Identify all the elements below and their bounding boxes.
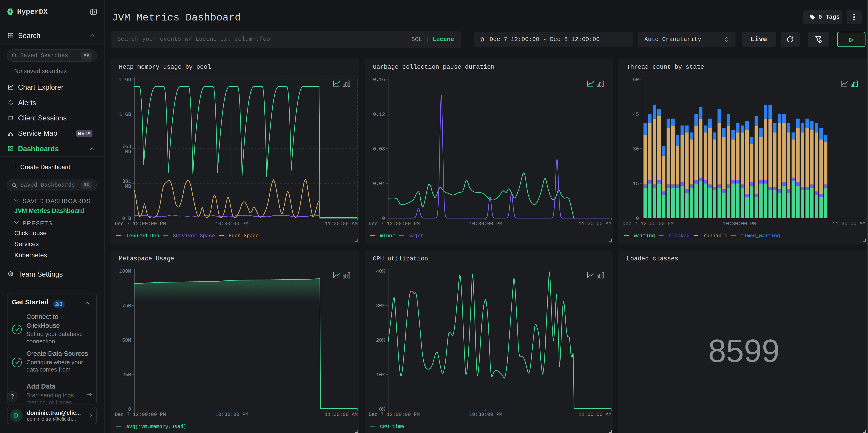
svg-text:100M: 100M (119, 269, 131, 274)
svg-text:0.12: 0.12 (373, 112, 385, 118)
svg-text:11:30:00 AM: 11:30:00 AM (833, 221, 866, 227)
svg-text:Metaspace Usage: Metaspace Usage (119, 255, 174, 262)
svg-text:11:30:00 AM: 11:30:00 AM (325, 221, 358, 227)
svg-text:1 GB: 1 GB (119, 112, 131, 118)
svg-text:Dec 7 12:00:00 PM: Dec 7 12:00:00 PM (369, 412, 420, 417)
svg-text:8599: 8599 (708, 333, 780, 369)
svg-text:Dec 7 12:00:00 PM: Dec 7 12:00:00 PM (623, 221, 674, 227)
svg-text:blocked: blocked (669, 233, 689, 239)
svg-text:CPU time: CPU time (380, 424, 404, 430)
svg-text:10:30:00 PM: 10:30:00 PM (469, 412, 502, 417)
svg-text:11:30:00 AM: 11:30:00 AM (325, 412, 358, 417)
svg-text:MB: MB (125, 149, 131, 155)
svg-text:MB: MB (125, 184, 131, 189)
svg-text:Survivor Space: Survivor Space (173, 233, 215, 239)
svg-text:Heap memory usage by pool: Heap memory usage by pool (119, 64, 211, 70)
svg-text:Dec 7 12:00:00 PM: Dec 7 12:00:00 PM (115, 221, 166, 227)
svg-text:Garbage collection pause durat: Garbage collection pause duration (373, 64, 495, 70)
svg-text:40%: 40% (376, 269, 385, 274)
svg-text:minor: minor (380, 233, 395, 239)
svg-text:25M: 25M (122, 372, 131, 378)
svg-text:11:30:00 AM: 11:30:00 AM (579, 221, 612, 227)
svg-text:0 B: 0 B (122, 216, 131, 221)
svg-text:0: 0 (128, 407, 131, 412)
svg-text:0: 0 (636, 216, 639, 221)
svg-text:30%: 30% (376, 303, 385, 309)
svg-text:60: 60 (633, 77, 639, 83)
svg-text:Thread count by state: Thread count by state (627, 64, 704, 70)
svg-text:waiting: waiting (634, 233, 655, 239)
svg-text:Loaded classes: Loaded classes (627, 255, 678, 262)
svg-text:10:30:00 PM: 10:30:00 PM (215, 412, 248, 417)
svg-text:1 GB: 1 GB (119, 77, 131, 83)
svg-text:0: 0 (382, 216, 385, 221)
svg-text:major: major (409, 233, 424, 239)
svg-text:Dec 7 12:00:00 PM: Dec 7 12:00:00 PM (369, 221, 420, 227)
svg-text:30: 30 (633, 146, 639, 152)
svg-text:20%: 20% (376, 338, 385, 343)
svg-text:10%: 10% (376, 372, 385, 378)
svg-text:timed_waiting: timed_waiting (741, 233, 780, 239)
svg-text:Dec 7 12:00:00 PM: Dec 7 12:00:00 PM (115, 412, 166, 417)
svg-text:avg(jvm.memory.used): avg(jvm.memory.used) (126, 424, 186, 430)
svg-text:11:30:00 AM: 11:30:00 AM (579, 412, 612, 417)
svg-text:0.04: 0.04 (373, 181, 385, 187)
svg-text:15: 15 (633, 181, 639, 187)
svg-text:Tenured Gen: Tenured Gen (126, 233, 159, 239)
svg-text:10:30:00 PM: 10:30:00 PM (469, 221, 502, 227)
svg-text:50M: 50M (122, 338, 131, 343)
svg-text:runnable: runnable (703, 233, 727, 239)
svg-text:10:30:00 PM: 10:30:00 PM (723, 221, 756, 227)
svg-text:0.16: 0.16 (373, 77, 385, 83)
svg-text:0%: 0% (379, 407, 385, 412)
svg-text:CPU utilization: CPU utilization (373, 255, 428, 262)
svg-text:0.08: 0.08 (373, 146, 385, 152)
svg-text:Eden Space: Eden Space (228, 233, 259, 239)
svg-text:45: 45 (633, 112, 639, 118)
svg-text:75M: 75M (122, 303, 131, 309)
svg-text:10:30:00 PM: 10:30:00 PM (215, 221, 248, 227)
